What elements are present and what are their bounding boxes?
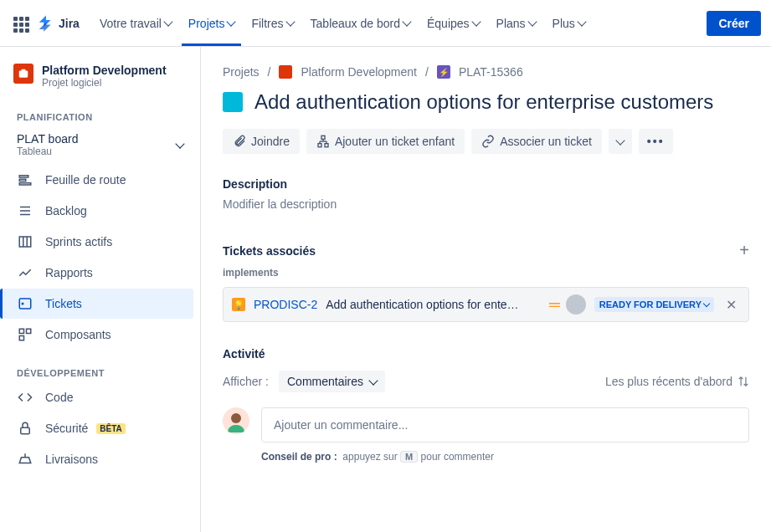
board-name: PLAT board — [17, 132, 78, 146]
sort-icon — [738, 376, 749, 387]
svg-rect-16 — [21, 427, 30, 434]
chevron-down-icon — [402, 17, 411, 26]
svg-rect-1 — [22, 69, 26, 72]
main-content: Projets / Platform Development / ⚡ PLAT-… — [201, 47, 771, 532]
activity-heading: Activité — [223, 347, 749, 361]
issue-type-icon: 💡 — [232, 298, 245, 311]
chevron-down-icon — [227, 17, 236, 26]
roadmap-icon — [17, 171, 33, 188]
sidebar-item-sprints[interactable]: Sprints actifs — [7, 227, 193, 257]
issue-color-swatch[interactable] — [223, 92, 243, 112]
chevron-down-icon — [368, 376, 378, 385]
chevron-down-icon — [471, 17, 481, 26]
sidebar-item-code[interactable]: Code — [7, 382, 193, 412]
linked-status[interactable]: READY FOR DELIVERY — [594, 297, 714, 312]
chevron-down-icon — [577, 17, 586, 26]
sidebar-item-roadmap[interactable]: Feuille de route — [7, 165, 193, 195]
more-actions-button[interactable]: ••• — [639, 129, 673, 154]
ship-icon — [17, 451, 33, 468]
beta-badge: BÊTA — [96, 423, 125, 434]
reports-icon — [17, 264, 33, 281]
svg-rect-4 — [19, 183, 31, 185]
issue-title[interactable]: Add authentication options for enterpris… — [254, 90, 713, 114]
svg-rect-19 — [325, 144, 328, 147]
svg-rect-11 — [19, 299, 31, 309]
board-selector[interactable]: PLAT board Tableau — [7, 125, 193, 164]
breadcrumb-projects[interactable]: Projets — [223, 65, 260, 79]
sidebar-item-components[interactable]: Composants — [7, 320, 193, 350]
chevron-down-icon — [527, 17, 537, 26]
top-navigation: Jira Votre travail Projets Filtres Table… — [0, 0, 771, 47]
project-icon — [13, 64, 33, 84]
remove-link-button[interactable]: ✕ — [722, 297, 740, 313]
attach-button[interactable]: Joindre — [223, 129, 300, 154]
lock-icon — [17, 420, 33, 437]
breadcrumb-project[interactable]: Platform Development — [301, 65, 417, 79]
nav-teams[interactable]: Équipes — [420, 12, 486, 35]
epic-icon: ⚡ — [437, 65, 450, 79]
add-linked-issue-button[interactable]: + — [739, 241, 749, 260]
breadcrumb: Projets / Platform Development / ⚡ PLAT-… — [223, 65, 749, 79]
components-icon — [17, 326, 33, 343]
sort-button[interactable]: Les plus récents d'abord — [605, 375, 749, 388]
link-dropdown-button[interactable] — [609, 129, 632, 154]
svg-point-25 — [231, 413, 241, 423]
link-icon — [481, 135, 495, 148]
board-sub: Tableau — [17, 146, 78, 157]
board-icon — [17, 233, 33, 250]
logo-text: Jira — [59, 17, 80, 30]
chevron-down-icon — [285, 17, 295, 26]
section-planning-label: PLANIFICATION — [7, 105, 193, 125]
project-header[interactable]: Platform Development Projet logiciel — [7, 64, 193, 105]
dots-icon: ••• — [647, 135, 665, 148]
sidebar-item-backlog[interactable]: Backlog — [7, 196, 193, 226]
project-type: Projet logiciel — [42, 77, 167, 89]
assignee-avatar[interactable] — [566, 294, 586, 315]
chevron-down-icon — [703, 299, 710, 306]
svg-rect-14 — [27, 329, 31, 333]
nav-filters[interactable]: Filtres — [244, 12, 300, 35]
nav-projects[interactable]: Projets — [182, 12, 242, 35]
pro-tip: Conseil de pro : appuyez sur M pour comm… — [261, 451, 749, 463]
linked-issue-summary: Add authentication options for ente… — [326, 298, 541, 311]
sidebar-item-tickets[interactable]: Tickets — [0, 289, 193, 319]
chevron-down-icon — [615, 136, 625, 145]
nav-dashboards[interactable]: Tableaux de bord — [304, 12, 417, 35]
activity-filter-select[interactable]: Commentaires — [279, 371, 385, 392]
tickets-icon — [17, 295, 33, 312]
nav-your-work[interactable]: Votre travail — [93, 12, 178, 35]
nav-plans[interactable]: Plans — [490, 12, 542, 35]
nav-more[interactable]: Plus — [546, 12, 592, 35]
svg-rect-3 — [19, 179, 26, 181]
sidebar-item-releases[interactable]: Livraisons — [7, 444, 193, 474]
breadcrumb-issue-key[interactable]: PLAT-15366 — [459, 65, 523, 79]
project-color-icon — [279, 65, 292, 79]
svg-rect-2 — [19, 176, 28, 177]
app-switcher-icon[interactable] — [10, 13, 30, 33]
issue-actions: Joindre Ajouter un ticket enfant Associe… — [223, 129, 749, 154]
linked-issue-row[interactable]: 💡 PRODISC-2 Add authentication options f… — [223, 287, 749, 322]
section-dev-label: DÉVELOPPEMENT — [7, 361, 193, 381]
add-child-button[interactable]: Ajouter un ticket enfant — [306, 129, 465, 154]
create-button[interactable]: Créer — [707, 11, 761, 36]
sidebar: Platform Development Projet logiciel PLA… — [0, 47, 201, 532]
sidebar-item-reports[interactable]: Rapports — [7, 258, 193, 288]
project-name: Platform Development — [42, 64, 167, 77]
svg-rect-8 — [19, 237, 31, 247]
code-icon — [17, 389, 33, 406]
priority-icon: ═ — [549, 296, 558, 314]
jira-logo[interactable]: Jira — [37, 14, 80, 33]
svg-rect-13 — [19, 329, 23, 333]
svg-rect-17 — [321, 136, 325, 139]
linked-issue-key[interactable]: PRODISC-2 — [254, 298, 317, 311]
chevron-down-icon — [175, 139, 184, 148]
description-heading: Description — [223, 177, 749, 191]
chevron-down-icon — [163, 17, 172, 26]
tree-icon — [316, 135, 330, 148]
link-issue-button[interactable]: Associer un ticket — [471, 129, 602, 154]
svg-point-12 — [22, 303, 23, 304]
description-field[interactable]: Modifier la description — [223, 197, 749, 211]
comment-input[interactable]: Ajouter un commentaire... — [261, 407, 749, 442]
backlog-icon — [17, 202, 33, 219]
sidebar-item-security[interactable]: SécuritéBÊTA — [7, 413, 193, 443]
